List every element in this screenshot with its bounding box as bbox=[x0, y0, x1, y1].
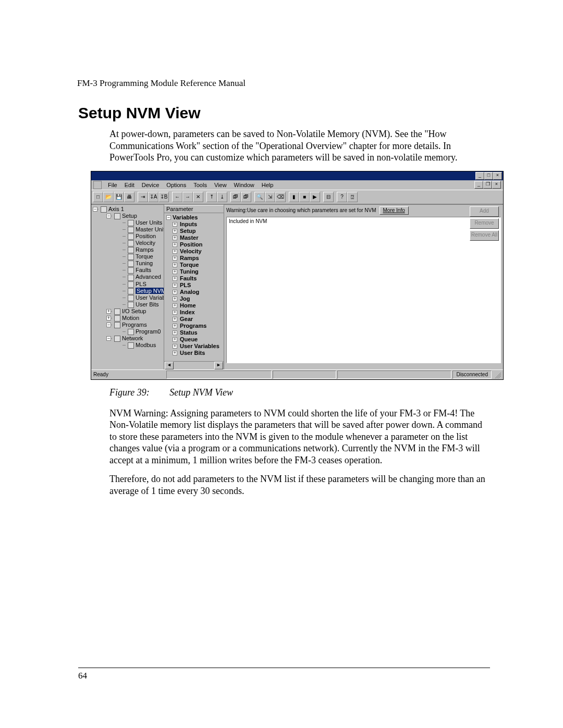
scroll-left-button[interactable]: ◄ bbox=[165, 362, 174, 369]
param-node[interactable]: Ramps bbox=[180, 255, 199, 261]
tree-modbus[interactable]: Modbus bbox=[136, 342, 156, 348]
resize-grip-icon[interactable] bbox=[494, 371, 501, 378]
more-info-button[interactable]: More Info bbox=[380, 206, 409, 215]
toolbar-button[interactable]: ■ bbox=[299, 192, 310, 202]
param-node[interactable]: Tuning bbox=[180, 268, 199, 275]
expand-icon[interactable]: + bbox=[173, 303, 177, 308]
collapse-icon[interactable]: − bbox=[166, 215, 171, 220]
collapse-icon[interactable]: − bbox=[106, 214, 111, 218]
toolbar-button[interactable]: → bbox=[182, 192, 193, 202]
menu-edit[interactable]: Edit bbox=[121, 182, 138, 188]
tree-item[interactable]: Torque bbox=[136, 253, 153, 260]
tree-item[interactable]: User Units bbox=[136, 219, 162, 226]
param-node[interactable]: Home bbox=[180, 302, 196, 309]
toolbar-button[interactable]: ⌫ bbox=[275, 192, 286, 202]
param-node[interactable]: Index bbox=[180, 309, 195, 315]
expand-icon[interactable]: + bbox=[173, 276, 177, 281]
tree-network[interactable]: Network bbox=[122, 335, 143, 341]
menu-view[interactable]: View bbox=[211, 182, 230, 188]
param-node[interactable]: Position bbox=[180, 241, 202, 248]
expand-icon[interactable]: + bbox=[173, 222, 177, 227]
tree-item[interactable]: Ramps bbox=[136, 246, 154, 253]
param-node[interactable]: PLS bbox=[180, 282, 191, 288]
param-node[interactable]: Velocity bbox=[180, 248, 202, 254]
toolbar-button[interactable]: 💾 bbox=[114, 192, 124, 202]
toolbar-button[interactable]: ? bbox=[337, 192, 347, 202]
tree-setup-nvm[interactable]: Setup NVM bbox=[136, 288, 164, 294]
included-in-nvm-list[interactable]: Included in NVM bbox=[226, 217, 501, 363]
expand-icon[interactable]: + bbox=[173, 256, 177, 261]
expand-icon[interactable]: + bbox=[173, 310, 177, 315]
param-node[interactable]: Queue bbox=[180, 336, 198, 342]
collapse-icon[interactable]: − bbox=[93, 207, 97, 212]
collapse-icon[interactable]: − bbox=[106, 336, 111, 341]
expand-icon[interactable]: + bbox=[173, 317, 177, 322]
param-node[interactable]: Jog bbox=[180, 295, 190, 302]
menu-tools[interactable]: Tools bbox=[190, 182, 210, 188]
expand-icon[interactable]: + bbox=[173, 337, 177, 342]
remove-button[interactable]: Remove bbox=[470, 218, 499, 229]
param-node[interactable]: User Variables bbox=[180, 343, 219, 349]
collapse-icon[interactable]: − bbox=[106, 323, 111, 327]
toolbar-button[interactable]: 🗊 bbox=[241, 192, 251, 202]
tree-item[interactable]: PLS bbox=[136, 281, 146, 287]
tree-item[interactable]: Master Units bbox=[136, 226, 164, 232]
toolbar-button[interactable]: ← bbox=[172, 192, 182, 202]
toolbar-button[interactable]: ▮ bbox=[289, 192, 299, 202]
remove-all-button[interactable]: Remove All bbox=[470, 230, 499, 241]
tree-item[interactable]: Velocity bbox=[136, 240, 155, 246]
toolbar-button[interactable]: 🖶 bbox=[124, 192, 134, 202]
toolbar-button[interactable]: ⇲ bbox=[265, 192, 275, 202]
toolbar-button[interactable]: ▶ bbox=[310, 192, 320, 202]
mdi-close-button[interactable]: × bbox=[492, 181, 501, 189]
tree-item[interactable]: User Variables bbox=[136, 294, 164, 301]
expand-icon[interactable]: + bbox=[173, 229, 177, 233]
toolbar-button[interactable]: □ bbox=[93, 192, 103, 202]
menu-file[interactable]: File bbox=[105, 182, 120, 188]
mdi-minimize-button[interactable]: _ bbox=[474, 181, 483, 189]
nav-tree[interactable]: −Axis 1 −Setup User UnitsMaster UnitsPos… bbox=[91, 205, 164, 369]
toolbar-button[interactable]: 📂 bbox=[103, 192, 114, 202]
expand-icon[interactable]: + bbox=[106, 316, 111, 320]
toolbar-button[interactable]: ⍰ bbox=[347, 192, 358, 202]
window-minimize-button[interactable]: _ bbox=[475, 172, 484, 180]
tree-item[interactable]: Tuning bbox=[136, 260, 153, 266]
tree-item[interactable]: Advanced bbox=[136, 274, 161, 280]
param-node[interactable]: Torque bbox=[180, 262, 199, 268]
param-node[interactable]: Faults bbox=[180, 275, 197, 281]
param-node[interactable]: Setup bbox=[180, 228, 196, 234]
param-node[interactable]: Master bbox=[180, 235, 198, 241]
expand-icon[interactable]: + bbox=[173, 344, 177, 349]
toolbar-button[interactable]: ↧A bbox=[148, 192, 158, 202]
tree-program0[interactable]: Program0 bbox=[136, 328, 161, 335]
tree-item[interactable]: Faults bbox=[136, 267, 151, 273]
toolbar-button[interactable]: ⇥ bbox=[138, 192, 148, 202]
expand-icon[interactable]: + bbox=[173, 283, 177, 288]
toolbar-button[interactable]: 🔍 bbox=[254, 192, 265, 202]
toolbar-button[interactable]: ⤓ bbox=[217, 192, 227, 202]
param-root[interactable]: Variables bbox=[173, 214, 198, 220]
menu-options[interactable]: Options bbox=[163, 182, 189, 188]
expand-icon[interactable]: + bbox=[173, 324, 177, 328]
tree-io-setup[interactable]: I/O Setup bbox=[122, 308, 146, 314]
expand-icon[interactable]: + bbox=[173, 249, 177, 254]
tree-item[interactable]: User Bits bbox=[136, 301, 159, 307]
param-node[interactable]: User Bits bbox=[180, 350, 205, 356]
tree-motion[interactable]: Motion bbox=[122, 315, 139, 321]
param-node[interactable]: Gear bbox=[180, 316, 193, 322]
param-node[interactable]: Analog bbox=[180, 289, 199, 295]
expand-icon[interactable]: + bbox=[173, 242, 177, 247]
expand-icon[interactable]: + bbox=[173, 269, 177, 274]
toolbar-button[interactable]: ↧B bbox=[158, 192, 169, 202]
param-node[interactable]: Inputs bbox=[180, 221, 197, 227]
toolbar-button[interactable]: 🗊 bbox=[230, 192, 241, 202]
menu-window[interactable]: Window bbox=[231, 182, 258, 188]
tree-axis[interactable]: Axis 1 bbox=[108, 206, 124, 212]
tree-item[interactable]: Position bbox=[136, 233, 156, 239]
expand-icon[interactable]: + bbox=[173, 290, 177, 294]
window-close-button[interactable]: × bbox=[493, 172, 502, 180]
expand-icon[interactable]: + bbox=[173, 351, 177, 355]
parameter-tree[interactable]: −Variables +Inputs+Setup+Master+Position… bbox=[164, 213, 224, 361]
window-maximize-button[interactable]: □ bbox=[484, 172, 493, 180]
param-node[interactable]: Programs bbox=[180, 323, 206, 329]
